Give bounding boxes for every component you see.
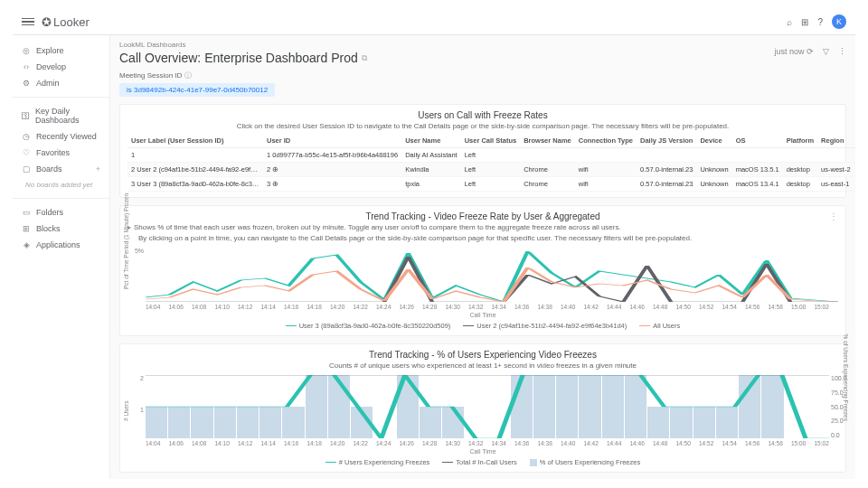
- table-row[interactable]: 3 User 3 (89a8cf3a-9ad0-462a-b0fe-8c3502…: [127, 177, 855, 192]
- col-header[interactable]: Daily JS Version: [637, 134, 696, 148]
- col-header[interactable]: User Call Status: [461, 134, 521, 148]
- sidebar: ◎Explore ‹›Develop ⚙Admin ⚿Key Daily Das…: [13, 35, 110, 479]
- sidebar-item-key-daily[interactable]: ⚿Key Daily Dashboards: [13, 103, 109, 128]
- apps-icon: ◈: [22, 240, 31, 249]
- col-header[interactable]: Device: [696, 134, 731, 148]
- panel2-ylabel: Pct of Time Period (1 Minute) Frozen: [123, 192, 129, 288]
- panel3-xlabel: Call Time: [127, 448, 838, 455]
- col-header[interactable]: User Label (User Session ID): [127, 134, 263, 148]
- boards-icon: ▢: [22, 164, 31, 174]
- add-icon[interactable]: +: [96, 164, 100, 174]
- col-header[interactable]: OS: [732, 134, 783, 148]
- sidebar-item-blocks[interactable]: ⊞Blocks: [13, 221, 109, 237]
- sidebar-item-recently[interactable]: ◷Recently Viewed: [13, 128, 109, 145]
- col-header[interactable]: Platform: [783, 134, 817, 148]
- users-table: User Label (User Session ID)User IDUser …: [127, 134, 855, 192]
- legend-item[interactable]: Total # In-Call Users: [442, 458, 517, 466]
- col-header[interactable]: Browser Name: [520, 134, 575, 148]
- logo[interactable]: ✪Looker: [42, 15, 90, 29]
- panel2-desc2: By clicking on a point in time, you can …: [138, 234, 838, 242]
- sidebar-item-explore[interactable]: ◎Explore: [13, 42, 109, 59]
- looker-icon: ✪: [42, 15, 52, 29]
- legend-item[interactable]: All Users: [639, 322, 680, 330]
- kebab-icon[interactable]: ⋮: [838, 47, 846, 56]
- filter-label: Meeting Session ID: [119, 71, 182, 80]
- key-icon: ⚿: [22, 111, 30, 120]
- filter-icon[interactable]: ▽: [823, 47, 829, 56]
- col-header[interactable]: User Name: [401, 134, 461, 148]
- sidebar-item-folders[interactable]: ▭Folders: [13, 204, 109, 221]
- blocks-icon: ⊞: [22, 224, 31, 233]
- table-row[interactable]: 2 User 2 (c94af1be-51b2-4494-fa92-e9f64e…: [127, 163, 855, 177]
- panel2-kebab-icon[interactable]: ⋮: [829, 211, 838, 221]
- panel3-title: Trend Tracking - % of Users Experiencing…: [127, 350, 838, 360]
- folder-icon: ▭: [22, 208, 31, 217]
- col-header[interactable]: Region: [817, 134, 854, 148]
- panel-freeze-rate: ⋮ Trend Tracking - Video Freeze Rate by …: [119, 205, 846, 336]
- boards-hint: No boards added yet: [13, 177, 109, 192]
- apps-icon[interactable]: ⊞: [801, 17, 808, 27]
- compass-icon: ◎: [22, 46, 31, 55]
- hamburger-menu[interactable]: [22, 15, 34, 28]
- sidebar-item-boards[interactable]: ▢Boards+: [13, 161, 109, 177]
- panel-pct-users: Trend Tracking - % of Users Experiencing…: [119, 343, 846, 473]
- legend-item[interactable]: # Users Experiencing Freezes: [326, 458, 429, 466]
- reload-time[interactable]: just now ⟳: [774, 47, 814, 56]
- heart-icon: ♡: [22, 148, 31, 157]
- filter-chip[interactable]: is 3d98492b-424c-41e7-99e7-0d450b70012: [119, 83, 275, 97]
- panel2-chart[interactable]: 5%: [146, 248, 838, 302]
- col-header[interactable]: Connection Type: [575, 134, 637, 148]
- sidebar-item-applications[interactable]: ◈Applications: [13, 237, 109, 253]
- copy-icon[interactable]: ⧉: [362, 53, 367, 63]
- legend-item[interactable]: % of Users Experiencing Freezes: [530, 458, 640, 466]
- search-icon[interactable]: ⌕: [787, 17, 792, 27]
- sidebar-item-develop[interactable]: ‹›Develop: [13, 59, 109, 75]
- legend-item[interactable]: User 3 (89a8cf3a-9ad0-462a-b0fe-8c350220…: [286, 322, 451, 330]
- panel2-xlabel: Call Time: [127, 312, 838, 318]
- panel-users-table: Users on Call with Freeze Rates Click on…: [119, 104, 846, 198]
- sidebar-item-admin[interactable]: ⚙Admin: [13, 75, 109, 91]
- panel3-sub: Counts # of unique users who experienced…: [127, 361, 838, 370]
- panel2-desc1: Shows % of time that each user was froze…: [134, 223, 621, 231]
- avatar[interactable]: K: [832, 14, 846, 29]
- sidebar-item-favorites[interactable]: ♡Favorites: [13, 145, 109, 161]
- gear-icon: ⚙: [22, 79, 31, 88]
- panel1-sub: Click on the desired User Session ID to …: [127, 122, 838, 130]
- panel1-title: Users on Call with Freeze Rates: [127, 110, 838, 120]
- page-title: Call Overview: Enterprise Dashboard Prod: [119, 51, 358, 65]
- table-row[interactable]: 1 1 0d99777a-b55c-4e15-af5f-b96b4a488196…: [127, 148, 855, 163]
- brand-text: Looker: [53, 15, 90, 29]
- col-header[interactable]: User ID: [263, 134, 401, 148]
- legend-item[interactable]: User 2 (c94af1be-51b2-4494-fa92-e9f64e3b…: [463, 322, 627, 330]
- panel2-title: Trend Tracking - Video Freeze Rate by Us…: [127, 211, 838, 221]
- clock-icon: ◷: [22, 132, 31, 141]
- panel3-ylabel: # Users: [123, 400, 129, 420]
- code-icon: ‹›: [22, 62, 31, 71]
- info-icon[interactable]: ⓘ: [184, 70, 192, 80]
- col-header[interactable]: Call Start ▴: [854, 134, 855, 148]
- breadcrumb[interactable]: LookML Dashboards: [119, 41, 855, 49]
- help-icon[interactable]: ?: [817, 17, 823, 27]
- main-content: LookML Dashboards Call Overview: Enterpr…: [110, 35, 855, 479]
- panel3-chart[interactable]: 21 100.075.050.025.00.0: [146, 375, 829, 438]
